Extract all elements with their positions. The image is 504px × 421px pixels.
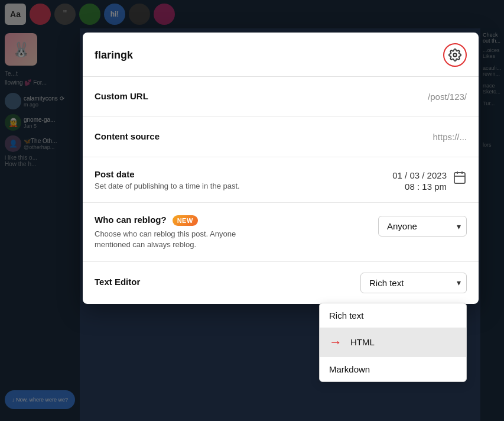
gear-icon bbox=[448, 48, 461, 61]
new-badge: NEW bbox=[173, 215, 198, 226]
modal-title: flaringk bbox=[95, 49, 133, 61]
dropdown-rich-text-label: Rich text bbox=[329, 310, 363, 320]
post-date-row: Post date Set date of publishing to a ti… bbox=[83, 157, 479, 203]
post-date-label-col: Post date Set date of publishing to a ti… bbox=[95, 169, 272, 192]
text-editor-select[interactable]: Rich text HTML Markdown bbox=[360, 273, 467, 293]
dropdown-item-html[interactable]: → HTML bbox=[320, 328, 466, 357]
date-col: 01 / 03 / 2023 08 : 13 pm bbox=[392, 170, 447, 192]
text-editor-row: Text Editor Rich text HTML Markdown ▾ Ri… bbox=[83, 262, 479, 304]
content-source-value: https://... bbox=[433, 132, 467, 142]
post-date-date: 01 / 03 / 2023 bbox=[392, 170, 447, 180]
custom-url-label: Custom URL bbox=[95, 91, 272, 101]
post-date-time: 08 : 13 pm bbox=[405, 182, 447, 192]
modal-header: flaringk bbox=[83, 33, 479, 77]
custom-url-value: /post/123/ bbox=[428, 92, 467, 102]
dropdown-item-markdown[interactable]: Markdown bbox=[320, 357, 466, 381]
dropdown-item-rich-text[interactable]: Rich text bbox=[320, 303, 466, 328]
reblog-select[interactable]: Anyone Only me People I follow bbox=[378, 216, 467, 237]
settings-modal: flaringk Custom URL /post/123/ Content s… bbox=[83, 33, 479, 304]
content-source-label: Content source bbox=[95, 131, 272, 141]
text-editor-value-col: Rich text HTML Markdown ▾ bbox=[272, 273, 467, 293]
post-date-sublabel: Set date of publishing to a time in the … bbox=[95, 181, 272, 192]
content-source-row: Content source https://... bbox=[83, 117, 479, 157]
content-source-label-col: Content source bbox=[95, 131, 272, 143]
text-editor-select-wrapper: Rich text HTML Markdown ▾ bbox=[360, 273, 467, 293]
reblog-value-col: Anyone Only me People I follow ▾ bbox=[272, 215, 467, 237]
custom-url-label-col: Custom URL bbox=[95, 91, 272, 103]
reblog-label-row: Who can reblog? NEW bbox=[95, 215, 272, 226]
settings-button[interactable] bbox=[443, 43, 467, 67]
custom-url-row: Custom URL /post/123/ bbox=[83, 77, 479, 117]
text-editor-label-col: Text Editor bbox=[95, 277, 272, 289]
text-editor-dropdown: Rich text → HTML Markdown bbox=[319, 303, 467, 382]
reblog-label: Who can reblog? bbox=[95, 215, 167, 225]
reblog-label-col: Who can reblog? NEW Choose who can reblo… bbox=[95, 215, 272, 250]
text-editor-label: Text Editor bbox=[95, 277, 272, 287]
svg-rect-1 bbox=[454, 173, 465, 183]
dropdown-arrow-indicator: → bbox=[329, 335, 342, 350]
dropdown-html-label: HTML bbox=[350, 337, 375, 347]
calendar-icon[interactable] bbox=[453, 170, 467, 184]
custom-url-value-col: /post/123/ bbox=[272, 92, 467, 102]
dropdown-markdown-label: Markdown bbox=[329, 364, 370, 374]
post-date-label: Post date bbox=[95, 169, 272, 179]
reblog-sublabel: Choose who can reblog this post. Anyone … bbox=[95, 229, 272, 250]
reblog-select-wrapper: Anyone Only me People I follow ▾ bbox=[378, 216, 467, 237]
post-date-value-col: 01 / 03 / 2023 08 : 13 pm bbox=[272, 169, 467, 192]
reblog-row: Who can reblog? NEW Choose who can reblo… bbox=[83, 203, 479, 261]
svg-point-0 bbox=[453, 53, 457, 57]
content-source-value-col: https://... bbox=[272, 132, 467, 142]
